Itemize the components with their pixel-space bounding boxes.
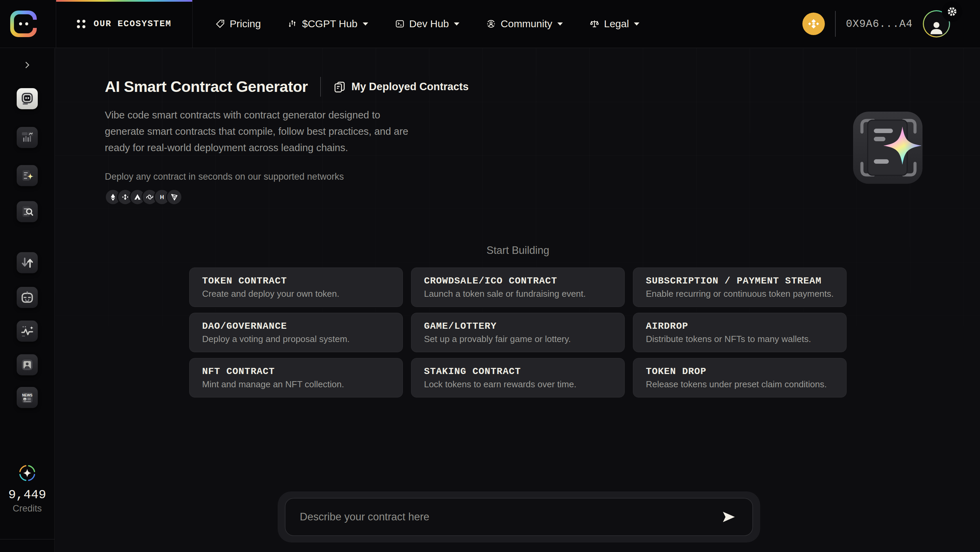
- nav-item-pricing[interactable]: Pricing: [215, 18, 261, 30]
- card-description: Create and deploy your own token.: [202, 289, 390, 299]
- nav-item-cgpt-hub[interactable]: $CGPT Hub: [288, 18, 368, 30]
- card-title: SUBSCRIPTION / PAYMENT STREAM: [646, 276, 834, 286]
- start-building-section: Start Building TOKEN CONTRACT Create and…: [189, 244, 846, 398]
- logo-dot: [25, 22, 28, 25]
- start-building-label: Start Building: [189, 244, 846, 257]
- page-description: Vibe code smart contracts with contract …: [105, 107, 415, 156]
- top-nav: OUR ECOSYSTEM Pricing $CGPT Hub De: [0, 0, 980, 48]
- user-icon: [928, 19, 945, 37]
- send-button[interactable]: [720, 509, 738, 525]
- chevron-down-icon: [454, 22, 460, 25]
- card-title: STAKING CONTRACT: [424, 366, 612, 377]
- tron-icon[interactable]: [166, 189, 182, 205]
- svg-text:NEWS: NEWS: [22, 393, 33, 397]
- card-description: Distribute tokens or NFTs to many wallet…: [646, 334, 834, 344]
- nav-item-label: Legal: [604, 18, 629, 30]
- nav-item-dev-hub[interactable]: Dev Hub: [395, 18, 460, 30]
- card-description: Deploy a voting and proposal system.: [202, 334, 390, 344]
- price-tag-icon: [215, 19, 225, 29]
- card-crowdsale-ico[interactable]: CROWDSALE/ICO CONTRACT Launch a token sa…: [411, 267, 625, 307]
- nav-right-cluster: 0X9A6...A4: [802, 10, 950, 37]
- terminal-icon: [395, 19, 405, 29]
- sidebar-expand-button[interactable]: [20, 59, 35, 73]
- contract-generator-hero-graphic: [853, 111, 924, 185]
- card-dao-governance[interactable]: DAO/GOVERNANCE Deploy a voting and propo…: [189, 313, 403, 352]
- sidebar-item-persona-ai[interactable]: [17, 354, 38, 375]
- nav-item-legal[interactable]: Legal: [589, 18, 640, 30]
- main-content: AI Smart Contract Generator My Deployed …: [55, 48, 980, 552]
- card-subscription-payment-stream[interactable]: SUBSCRIPTION / PAYMENT STREAM Enable rec…: [633, 267, 846, 307]
- ai-news-icon: NEWS AI: [20, 390, 35, 405]
- svg-text:H: H: [160, 194, 164, 200]
- logo-dot: [19, 22, 22, 25]
- prompt-bar: [278, 492, 760, 542]
- contract-cards-grid: TOKEN CONTRACT Create and deploy your ow…: [189, 267, 846, 398]
- card-airdrop[interactable]: AIRDROP Distribute tokens or NFTs to man…: [633, 313, 846, 352]
- card-description: Enable recurring or continuous token pay…: [646, 289, 834, 299]
- nav-item-label: Pricing: [230, 18, 261, 30]
- chevron-right-icon: [23, 60, 32, 69]
- nav-item-label: Community: [501, 18, 552, 30]
- my-deployed-contracts-link[interactable]: My Deployed Contracts: [333, 80, 469, 93]
- card-token-contract[interactable]: TOKEN CONTRACT Create and deploy your ow…: [189, 267, 403, 307]
- page-title: AI Smart Contract Generator: [105, 78, 308, 95]
- nav-item-community[interactable]: Community: [486, 18, 563, 30]
- logo-notch: [32, 20, 37, 28]
- chevron-down-icon: [557, 22, 563, 25]
- card-title: DAO/GOVERNANCE: [202, 321, 390, 331]
- app-screen: OUR ECOSYSTEM Pricing $CGPT Hub De: [0, 0, 980, 552]
- ai-chatbot-icon: [19, 91, 35, 107]
- pulse-icon: [20, 324, 35, 339]
- sidebar-item-trading[interactable]: [17, 252, 38, 273]
- logo-face: [14, 14, 33, 33]
- sidebar: NEWS AI 9,449 Credits: [0, 48, 55, 552]
- wallet-address[interactable]: 0X9A6...A4: [846, 18, 913, 30]
- card-description: Release tokens under preset claim condit…: [646, 379, 834, 390]
- candlestick-icon: [288, 19, 298, 29]
- persona-icon: [20, 357, 35, 372]
- community-icon: [486, 19, 496, 29]
- card-title: TOKEN CONTRACT: [202, 276, 390, 286]
- prompt-field-wrap: [285, 498, 753, 536]
- contract-prompt-input[interactable]: [300, 511, 720, 523]
- account-area: [923, 10, 950, 37]
- ai-agent-icon: [20, 290, 35, 305]
- nav-item-label: Dev Hub: [409, 18, 449, 30]
- send-icon: [722, 511, 736, 523]
- card-nft-contract[interactable]: NFT CONTRACT Mint and manage an NFT coll…: [189, 358, 403, 398]
- settings-button[interactable]: [942, 2, 962, 22]
- card-description: Lock tokens to earn rewards over time.: [424, 379, 612, 390]
- card-title: NFT CONTRACT: [202, 366, 390, 377]
- nav-item-label: $CGPT Hub: [302, 18, 358, 30]
- sidebar-item-market-analytics[interactable]: [17, 127, 38, 148]
- sidebar-item-contract-auditor[interactable]: [17, 201, 38, 222]
- card-title: CROWDSALE/ICO CONTRACT: [424, 276, 612, 286]
- card-title: AIRDROP: [646, 321, 834, 331]
- grid-dots-icon: [77, 20, 86, 28]
- my-deployed-contracts-label: My Deployed Contracts: [352, 81, 469, 93]
- trading-arrows-icon: [20, 255, 35, 270]
- credits-widget[interactable]: 9,449 Credits: [0, 463, 54, 514]
- sidebar-divider: [0, 539, 54, 539]
- supported-networks: H: [105, 189, 980, 205]
- card-token-drop[interactable]: TOKEN DROP Release tokens under preset c…: [633, 358, 846, 398]
- sidebar-item-ai-news[interactable]: NEWS AI: [17, 387, 38, 408]
- card-staking-contract[interactable]: STAKING CONTRACT Lock tokens to earn rew…: [411, 358, 625, 398]
- svg-text:AI: AI: [24, 398, 26, 400]
- chevron-down-icon: [363, 22, 368, 25]
- card-description: Set up a provably fair game or lottery.: [424, 334, 612, 344]
- sidebar-item-contract-generator[interactable]: [17, 165, 38, 186]
- networks-caption: Deploy any contract in seconds on our su…: [105, 172, 980, 182]
- ecosystem-tab[interactable]: OUR ECOSYSTEM: [56, 0, 192, 48]
- chaingpt-logo[interactable]: [10, 11, 37, 37]
- contract-generator-icon: [20, 168, 35, 183]
- card-game-lottery[interactable]: GAME/LOTTERY Set up a provably fair game…: [411, 313, 625, 352]
- bnb-network-icon[interactable]: [802, 13, 825, 35]
- chevron-down-icon: [634, 22, 640, 25]
- sidebar-item-activity-monitor[interactable]: [17, 321, 38, 342]
- header-divider: [320, 77, 321, 97]
- gear-icon: [946, 6, 958, 17]
- sidebar-item-ai-agent[interactable]: [17, 287, 38, 308]
- scales-icon: [589, 19, 600, 29]
- sidebar-item-ai-chatbot[interactable]: [17, 88, 38, 109]
